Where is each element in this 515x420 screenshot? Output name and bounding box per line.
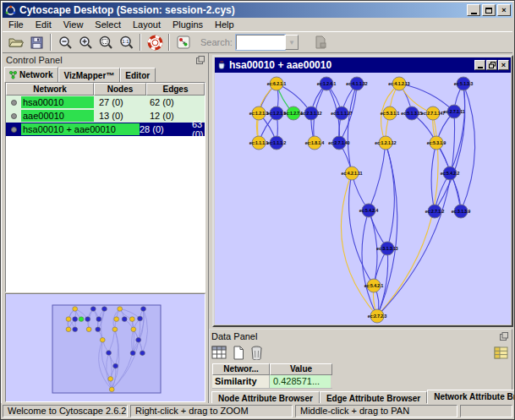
delete-attribute-trash-icon[interactable] [250, 346, 263, 360]
search-dropdown-arrow[interactable]: ▼ [285, 35, 299, 50]
column-header-value[interactable]: Value [270, 363, 332, 375]
cytoscape-logo-icon [5, 5, 16, 16]
network-view-window: hsa00010 + aae00010 × [212, 55, 513, 327]
menu-plugins[interactable]: Plugins [167, 19, 209, 30]
graph-edge[interactable] [369, 143, 386, 210]
table-row-merged-network-selected[interactable]: hsa00010 + aae00010 28 (0) 63 (0) [6, 123, 205, 136]
tab-network-attribute-browser[interactable]: Network Attribute Browser [427, 390, 515, 404]
menu-select[interactable]: Select [89, 19, 127, 30]
network-nodes-count: 13 (0) [94, 111, 146, 121]
zoom-selected-region-button[interactable] [96, 33, 116, 52]
close-button[interactable]: × [497, 4, 511, 16]
network-overview-map[interactable] [6, 294, 207, 401]
vizmapper-button[interactable] [173, 33, 194, 52]
menu-layout[interactable]: Layout [127, 19, 167, 30]
tab-network[interactable]: Network [4, 67, 58, 82]
save-session-button[interactable] [26, 33, 47, 52]
graph-node-label: ec:5.3.1.1 [381, 111, 400, 116]
search-combo: ▼ [236, 35, 299, 50]
table-row-hsa00010[interactable]: hsa00010 27 (0) 62 (0) [6, 95, 205, 109]
network-graph[interactable]: ec:6.2.1.1ec:1.2.4.1ec:4.1.1.32ec:4.1.2.… [215, 73, 511, 325]
float-panel-icon[interactable] [196, 56, 205, 64]
toolbar-separator [50, 34, 52, 51]
menu-view[interactable]: View [58, 19, 90, 30]
float-panel-icon[interactable] [500, 332, 508, 341]
network-window-titlebar[interactable]: hsa00010 + aae00010 × [215, 57, 511, 73]
column-header-nodes[interactable]: Nodes [94, 83, 146, 95]
attribute-row-similarity[interactable]: Similarity 0.428571... [212, 375, 332, 389]
menu-help[interactable]: Help [209, 19, 240, 30]
maximize-button[interactable] [482, 4, 496, 16]
lifering-icon [147, 35, 163, 51]
column-header-attribute[interactable]: Networ... [212, 363, 270, 375]
data-panel-title: Data Panel [211, 331, 500, 341]
import-button-disabled [310, 33, 331, 52]
new-attribute-icon[interactable] [233, 346, 244, 360]
network-attribute-table: Networ... Value Similarity 0.428571... [212, 363, 332, 389]
minimize-button[interactable] [467, 4, 480, 16]
tab-node-attribute-browser[interactable]: Node Attribute Browser [211, 391, 320, 404]
network-view-canvas[interactable]: ec:6.2.1.1ec:1.2.4.1ec:4.1.1.32ec:4.1.2.… [215, 73, 511, 325]
network-desktop-area: hsa00010 + aae00010 × [209, 53, 512, 403]
tab-editor[interactable]: Editor [120, 68, 156, 82]
graph-node-label: ec:4.1.1.32 [346, 81, 368, 86]
graph-node-label: ec:5.4.2.1 [364, 283, 384, 288]
graph-node-label: ec:2.7.1.11 [443, 109, 464, 114]
select-attributes-icon[interactable] [211, 346, 227, 359]
tab-editor-label: Editor [125, 71, 150, 80]
network-window-title: hsa00010 + aae00010 [229, 59, 474, 71]
toolbar-separator [140, 34, 141, 51]
network-bullet-icon [11, 127, 17, 133]
graph-edge[interactable] [349, 173, 374, 286]
graph-edge[interactable] [431, 143, 436, 211]
graph-node-label: ec:2.7.1.40 [328, 140, 350, 145]
network-nodes-count: 28 (0) [140, 124, 192, 134]
network-list-table: Network Nodes Edges hsa00010 27 (0) 62 (… [5, 82, 205, 292]
inner-restore-button[interactable] [486, 60, 497, 70]
graph-node-label: ec:6.2.1.1 [267, 81, 287, 86]
open-file-button[interactable] [6, 33, 26, 52]
open-folder-icon [8, 36, 24, 48]
tab-vizmapper-label: VizMapper™ [63, 71, 114, 80]
search-input[interactable] [236, 35, 285, 50]
svg-text:1:1: 1:1 [122, 39, 129, 44]
menu-bar: File Edit View Select Layout Plugins Hel… [3, 18, 512, 31]
graph-node-label: ec:1.2.4.1 [317, 81, 337, 86]
graph-node-label: ec:5.3.1.9 [427, 140, 447, 145]
graph-node-label: ec:5.1.3.15 [401, 111, 423, 116]
attribute-matrix-icon[interactable] [494, 346, 508, 359]
network-edges-count: 62 (0) [146, 97, 205, 107]
network-name: hsa00010 + aae00010 [21, 123, 140, 135]
graph-node-label: ec:4.2.1.11 [341, 171, 362, 176]
graph-node-label: ec:2.7.2.3 [368, 314, 387, 319]
graph-edge[interactable] [377, 143, 397, 316]
zoom-in-icon [79, 35, 93, 50]
table-row-aae00010[interactable]: aae00010 13 (0) 12 (0) [6, 109, 205, 123]
help-button[interactable] [145, 33, 165, 52]
zoom-out-icon [58, 35, 73, 50]
graph-node-label: ec:2.3.1.12 [300, 111, 322, 116]
network-name: hsa00010 [21, 96, 94, 108]
window-title: Cytoscape Desktop (Session: session-2.cy… [19, 4, 235, 16]
zoom-out-button[interactable] [55, 33, 75, 52]
graph-edge[interactable] [461, 84, 475, 211]
column-header-edges[interactable]: Edges [146, 83, 205, 95]
tab-edge-attribute-browser[interactable]: Edge Attribute Browser [320, 391, 427, 404]
zoom-in-button[interactable] [75, 33, 96, 52]
column-header-network[interactable]: Network [6, 83, 94, 95]
menu-file[interactable]: File [3, 19, 30, 30]
network-edges-count: 63 (0) [192, 119, 205, 139]
tool-bar: 1:1 Search: ▼ [3, 31, 512, 53]
data-panel: Data Panel [209, 329, 512, 405]
inner-minimize-button[interactable] [474, 60, 485, 70]
zoom-actual-size-button[interactable]: 1:1 [116, 33, 136, 52]
tab-vizmapper[interactable]: VizMapper™ [58, 68, 120, 82]
minimize-icon [471, 13, 477, 14]
java-cup-icon [216, 60, 227, 70]
data-panel-toolbar [211, 343, 508, 362]
status-pan-hint: Middle-click + drag to PAN [295, 405, 457, 417]
menu-edit[interactable]: Edit [30, 19, 58, 30]
close-icon: × [501, 7, 506, 14]
inner-close-button[interactable]: × [498, 60, 509, 70]
attribute-value: 0.428571... [270, 375, 331, 388]
